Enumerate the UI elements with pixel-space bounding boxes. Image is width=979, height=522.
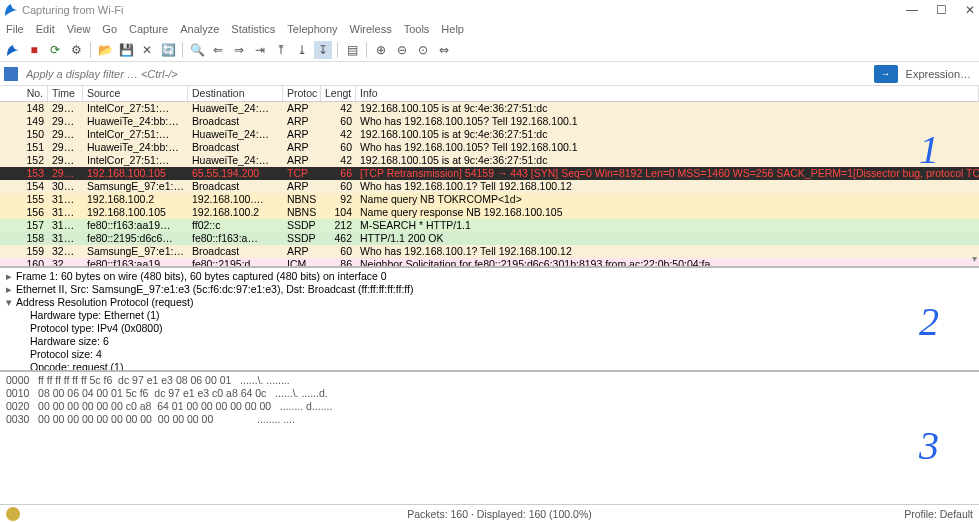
zoom-reset-icon[interactable]: ⊙ — [414, 41, 432, 59]
table-row[interactable]: 15932…SamsungE_97:e1:…BroadcastARP60Who … — [0, 245, 979, 258]
col-protocol[interactable]: Protoc — [283, 86, 321, 101]
table-row[interactable]: 15831…fe80::2195:d6c6…fe80::f163:a…SSDP4… — [0, 232, 979, 245]
status-profile[interactable]: Profile: Default — [873, 508, 973, 520]
go-forward-icon[interactable]: ⇒ — [230, 41, 248, 59]
col-source[interactable]: Source — [83, 86, 188, 101]
menu-capture[interactable]: Capture — [129, 23, 168, 35]
open-file-icon[interactable]: 📂 — [96, 41, 114, 59]
detail-protosize: Protocol size: 4 — [30, 348, 102, 360]
bookmark-filter-icon[interactable] — [4, 67, 18, 81]
table-row[interactable]: 15029…IntelCor_27:51:…HuaweiTe_24:…ARP42… — [0, 128, 979, 141]
col-destination[interactable]: Destination — [188, 86, 283, 101]
detail-prototype: Protocol type: IPv4 (0x0800) — [30, 322, 163, 334]
detail-opcode: Opcode: request (1) — [30, 361, 123, 372]
menu-tools[interactable]: Tools — [404, 23, 430, 35]
wireshark-fin-icon — [4, 3, 18, 17]
expression-button[interactable]: Expression… — [902, 68, 975, 80]
menu-analyze[interactable]: Analyze — [180, 23, 219, 35]
packet-list[interactable]: 14829…IntelCor_27:51:…HuaweiTe_24:…ARP42… — [0, 102, 979, 268]
menu-telephony[interactable]: Telephony — [287, 23, 337, 35]
table-row[interactable]: 15329…192.168.100.10565.55.194.200TCP66[… — [0, 167, 979, 180]
save-file-icon[interactable]: 💾 — [117, 41, 135, 59]
expand-icon[interactable]: ▸ — [6, 270, 16, 283]
hex-row: 0010 08 00 06 04 00 01 5c f6 dc 97 e1 e3… — [6, 387, 973, 400]
go-last-icon[interactable]: ⤓ — [293, 41, 311, 59]
status-packet-count: Packets: 160 · Displayed: 160 (100.0%) — [126, 508, 873, 520]
minimize-button[interactable]: — — [906, 3, 918, 17]
hex-row: 0030 00 00 00 00 00 00 00 00 00 00 00 00… — [6, 413, 973, 426]
detail-ethernet: Ethernet II, Src: SamsungE_97:e1:e3 (5c:… — [16, 283, 413, 295]
expert-info-icon[interactable] — [6, 507, 20, 521]
close-file-icon[interactable]: ✕ — [138, 41, 156, 59]
filter-bar: → Expression… — [0, 62, 979, 86]
collapse-icon[interactable]: ▾ — [6, 296, 16, 309]
hex-row: 0020 00 00 00 00 00 00 c0 a8 64 01 00 00… — [6, 400, 973, 413]
maximize-button[interactable]: ☐ — [936, 3, 947, 17]
table-row[interactable]: 15229…IntelCor_27:51:…HuaweiTe_24:…ARP42… — [0, 154, 979, 167]
table-row[interactable]: 15430…SamsungE_97:e1:…BroadcastARP60Who … — [0, 180, 979, 193]
zoom-out-icon[interactable]: ⊖ — [393, 41, 411, 59]
status-bar: Packets: 160 · Displayed: 160 (100.0%) P… — [0, 504, 979, 522]
stop-capture-icon[interactable]: ■ — [25, 41, 43, 59]
hex-row: 0000 ff ff ff ff ff ff 5c f6 dc 97 e1 e3… — [6, 374, 973, 387]
packet-details-pane[interactable]: ▸Frame 1: 60 bytes on wire (480 bits), 6… — [0, 268, 979, 372]
detail-arp: Address Resolution Protocol (request) — [16, 296, 193, 308]
detail-hwtype: Hardware type: Ethernet (1) — [30, 309, 160, 321]
close-button[interactable]: ✕ — [965, 3, 975, 17]
title-bar: Capturing from Wi-Fi — ☐ ✕ — [0, 0, 979, 20]
menu-edit[interactable]: Edit — [36, 23, 55, 35]
detail-frame: Frame 1: 60 bytes on wire (480 bits), 60… — [16, 270, 387, 282]
menu-file[interactable]: File — [6, 23, 24, 35]
annotation-3: 3 — [919, 422, 939, 469]
go-first-icon[interactable]: ⤒ — [272, 41, 290, 59]
find-packet-icon[interactable]: 🔍 — [188, 41, 206, 59]
scroll-down-icon[interactable]: ▾ — [972, 253, 977, 264]
display-filter-input[interactable] — [22, 66, 870, 82]
table-row[interactable]: 15731…fe80::f163:aa19…ff02::cSSDP212M-SE… — [0, 219, 979, 232]
go-back-icon[interactable]: ⇐ — [209, 41, 227, 59]
table-row[interactable]: 14929…HuaweiTe_24:bb:…BroadcastARP60Who … — [0, 115, 979, 128]
table-row[interactable]: 16032…fe80::f163:aa19…fe80::2195:d…ICM…8… — [0, 258, 979, 268]
expand-icon[interactable]: ▸ — [6, 283, 16, 296]
go-to-packet-icon[interactable]: ⇥ — [251, 41, 269, 59]
menu-view[interactable]: View — [67, 23, 91, 35]
col-no[interactable]: No. — [0, 86, 48, 101]
table-row[interactable]: 15531…192.168.100.2192.168.100.…NBNS92Na… — [0, 193, 979, 206]
auto-scroll-icon[interactable]: ↧ — [314, 41, 332, 59]
toolbar: ■ ⟳ ⚙ 📂 💾 ✕ 🔄 🔍 ⇐ ⇒ ⇥ ⤒ ⤓ ↧ ▤ ⊕ ⊖ ⊙ ⇔ — [0, 38, 979, 62]
packet-list-pane: No. Time Source Destination Protoc Lengt… — [0, 86, 979, 268]
colorize-icon[interactable]: ▤ — [343, 41, 361, 59]
menu-wireless[interactable]: Wireless — [350, 23, 392, 35]
menu-go[interactable]: Go — [102, 23, 117, 35]
menu-statistics[interactable]: Statistics — [231, 23, 275, 35]
col-time[interactable]: Time — [48, 86, 83, 101]
packet-list-header: No. Time Source Destination Protoc Lengt… — [0, 86, 979, 102]
table-row[interactable]: 14829…IntelCor_27:51:…HuaweiTe_24:…ARP42… — [0, 102, 979, 115]
apply-filter-button[interactable]: → — [874, 65, 898, 83]
resize-columns-icon[interactable]: ⇔ — [435, 41, 453, 59]
col-length[interactable]: Lengt — [321, 86, 356, 101]
menu-bar: File Edit View Go Capture Analyze Statis… — [0, 20, 979, 38]
zoom-in-icon[interactable]: ⊕ — [372, 41, 390, 59]
table-row[interactable]: 15129…HuaweiTe_24:bb:…BroadcastARP60Who … — [0, 141, 979, 154]
reload-icon[interactable]: 🔄 — [159, 41, 177, 59]
detail-hwsize: Hardware size: 6 — [30, 335, 109, 347]
menu-help[interactable]: Help — [441, 23, 464, 35]
window-title: Capturing from Wi-Fi — [22, 4, 906, 16]
table-row[interactable]: 15631…192.168.100.105192.168.100.2NBNS10… — [0, 206, 979, 219]
col-info[interactable]: Info — [356, 86, 979, 101]
packet-bytes-pane[interactable]: 0000 ff ff ff ff ff ff 5c f6 dc 97 e1 e3… — [0, 372, 979, 504]
capture-options-icon[interactable]: ⚙ — [67, 41, 85, 59]
start-capture-icon[interactable] — [4, 41, 22, 59]
restart-capture-icon[interactable]: ⟳ — [46, 41, 64, 59]
